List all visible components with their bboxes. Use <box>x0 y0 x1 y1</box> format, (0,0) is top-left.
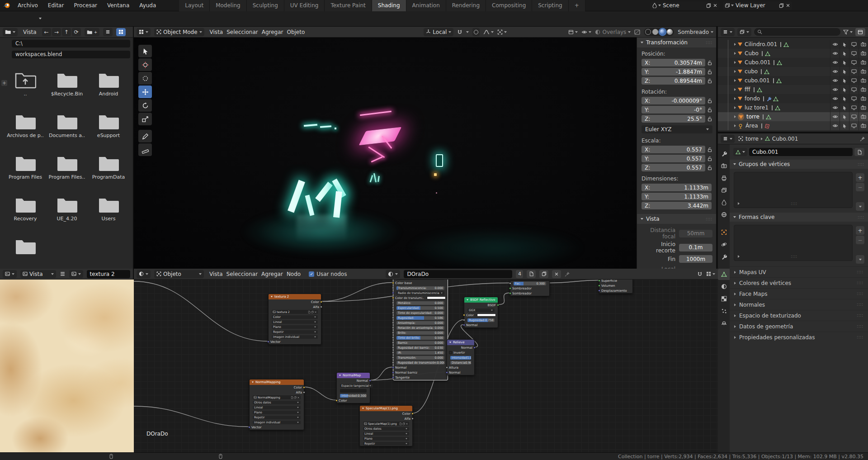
node-row[interactable]: Distancia0.900 <box>447 360 474 365</box>
viewport-visibility-toggle[interactable] <box>849 112 859 121</box>
selectable-toggle[interactable] <box>840 76 849 85</box>
node-row[interactable]: Alfa <box>360 416 412 421</box>
specials-menu-button[interactable] <box>856 255 864 264</box>
snap-dropdown-icon[interactable] <box>466 31 469 33</box>
node-header[interactable]: SpecularMap(1).png <box>360 406 412 411</box>
folder-item[interactable]: Program Files.. <box>47 154 87 180</box>
node-row[interactable]: Invertir <box>447 350 474 355</box>
lock-icon[interactable] <box>707 165 712 171</box>
node-row[interactable]: Radio de transluminiscencia <box>393 290 448 295</box>
object-name[interactable]: cubo <box>745 68 758 75</box>
node-row[interactable]: Rugosidad:0.758 <box>464 318 498 322</box>
tool-cursor-button[interactable] <box>138 58 152 71</box>
expand-icon[interactable] <box>734 52 736 55</box>
node-row[interactable]: Imagen individual <box>250 420 304 425</box>
node-row[interactable]: Intensidad1.000 <box>447 355 474 360</box>
topbar-menu-ventana[interactable]: Ventana <box>102 0 134 11</box>
object-name[interactable]: torre <box>746 114 760 120</box>
expand-icon[interactable] <box>734 124 736 127</box>
hide-toggle[interactable] <box>830 121 840 130</box>
editor-type-button[interactable] <box>3 270 17 278</box>
rotation-y-field[interactable]: Y:-0° <box>642 106 705 114</box>
position-x-field[interactable]: X:0.30574m <box>642 59 705 66</box>
object-name[interactable]: fondo <box>745 95 760 102</box>
file-view-menu[interactable]: Vista <box>21 29 38 35</box>
object-name[interactable]: cubo.001 <box>745 77 770 84</box>
node-row[interactable]: Color de translumi.. <box>393 295 448 300</box>
expand-icon[interactable] <box>734 70 736 73</box>
node-row[interactable]: Color <box>464 313 498 318</box>
remove-button[interactable]: − <box>856 183 864 191</box>
texture-image[interactable] <box>0 280 134 452</box>
filename-field[interactable]: workspaces.blend <box>12 51 130 58</box>
dimension-y-field[interactable]: Y:1.1133m <box>642 193 712 200</box>
object-name[interactable]: Cilindro.001 <box>745 41 777 47</box>
editor-type-button[interactable] <box>721 135 735 143</box>
workspace-tab-compositing[interactable]: Compositing <box>486 0 532 11</box>
rotation-x-field[interactable]: X:-0.000009° <box>642 97 705 104</box>
collapsed-panel-colores-de-vértices[interactable]: Colores de vértices:::: <box>730 277 868 288</box>
path-field[interactable]: C:\ <box>12 40 130 47</box>
lock-icon[interactable] <box>707 98 712 104</box>
lock-icon[interactable] <box>707 69 712 75</box>
display-mode-button[interactable] <box>737 28 751 36</box>
menus-collapsed-icon[interactable] <box>60 271 66 277</box>
node-row[interactable]: Rotación de anisotropía:0.000 <box>393 325 448 330</box>
node-row[interactable]: Transluminiscencia:0.000 <box>393 285 448 290</box>
breadcrumb-object[interactable]: torre <box>745 136 759 142</box>
tool-rotate-button[interactable] <box>138 99 152 112</box>
node-row[interactable]: Lineal <box>269 319 321 324</box>
folder-item[interactable]: ProgramData <box>89 154 128 180</box>
image-name-field[interactable]: textura 2 <box>87 270 130 278</box>
node-row[interactable]: Tinte de especularidad:0.000 <box>393 310 448 315</box>
tool-move-button[interactable] <box>138 85 152 98</box>
node-row[interactable]: Desplazamiento <box>599 288 632 293</box>
tab-render[interactable] <box>718 160 730 171</box>
hide-toggle[interactable] <box>830 76 840 85</box>
position-y-field[interactable]: Y:-1.8847m <box>642 68 705 76</box>
node-row[interactable]: Brillo:0.000 <box>393 330 448 335</box>
viewport-visibility-toggle[interactable] <box>849 76 859 85</box>
node-row[interactable]: Plano <box>269 324 321 329</box>
transform-panel-header[interactable]: Transformación:::: <box>637 38 716 47</box>
workspace-tab-rendering[interactable]: Rendering <box>446 0 486 11</box>
outliner-row[interactable]: cubo.001 <box>718 76 868 85</box>
tab-constraints[interactable] <box>718 239 730 250</box>
shape-keys-panel-header[interactable]: Formas clave:::: <box>730 213 868 222</box>
expand-icon[interactable] <box>734 79 736 82</box>
viewport-visibility-toggle[interactable] <box>849 67 859 76</box>
node-row[interactable]: Color <box>360 411 412 416</box>
node-row[interactable]: Superficie <box>599 280 632 283</box>
display-mode-list-icon[interactable] <box>103 28 113 36</box>
tab-particles[interactable] <box>718 305 730 317</box>
tab-texture[interactable] <box>718 293 730 304</box>
selectable-toggle[interactable] <box>840 103 849 112</box>
viewport-canvas[interactable] <box>134 38 716 269</box>
workspace-tab-+[interactable]: + <box>569 0 585 11</box>
add-button[interactable]: + <box>856 226 864 235</box>
unlink-material-button[interactable] <box>552 270 561 278</box>
lock-icon[interactable] <box>707 107 712 113</box>
object-name[interactable]: fff <box>745 86 750 93</box>
shading-solid-icon[interactable] <box>652 29 658 35</box>
shader-menu-vista[interactable]: Vista <box>208 271 225 277</box>
outliner-row[interactable]: torre <box>718 112 868 121</box>
shading-material-icon[interactable] <box>660 29 665 35</box>
node-row[interactable]: Vector <box>269 339 321 344</box>
node-row[interactable]: Metálico:0.000 <box>393 300 448 305</box>
view-layer-selector[interactable]: View Layer <box>723 1 792 10</box>
node-row[interactable]: Especularidad:0.500 <box>393 305 448 310</box>
gizmos-dropdown[interactable] <box>581 29 591 35</box>
shader-node-nmap[interactable]: NormalMapNormalEspacio tangencialIntensi… <box>336 372 370 403</box>
shader-node-bump[interactable]: RelieveNormalInvertirIntensidad1.000Dist… <box>447 339 475 375</box>
object-types-dropdown[interactable] <box>568 29 578 35</box>
node-header[interactable]: BSDF Reflectivo <box>464 297 498 303</box>
folder-item[interactable]: Recovery <box>5 196 45 222</box>
viewport-visibility-toggle[interactable] <box>849 121 859 130</box>
viewport-visibility-toggle[interactable] <box>849 85 859 94</box>
node-header[interactable]: NormalMapping <box>250 379 304 385</box>
specials-menu-button[interactable] <box>856 202 864 211</box>
collapsed-panel-espacio-de-texturizado[interactable]: Espacio de texturizado:::: <box>730 310 868 321</box>
expand-icon[interactable] <box>734 61 736 64</box>
workspace-tab-shading[interactable]: Shading <box>372 0 406 11</box>
